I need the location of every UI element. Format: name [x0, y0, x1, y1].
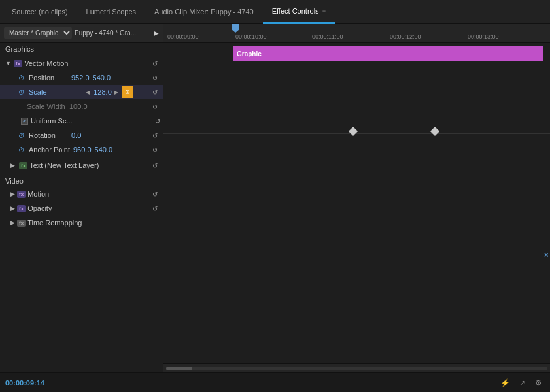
scale-keyframe-row-line — [163, 133, 550, 134]
fx-badge-vector: fx — [14, 60, 22, 67]
video-section-label: Video — [0, 175, 163, 187]
position-y[interactable]: 540.0 — [93, 74, 111, 82]
time-remapping-row: ▶ fx Time Remapping — [0, 216, 163, 230]
opacity-row: ▶ fx Opacity ↺ — [0, 201, 163, 216]
time-remapping-name: Time Remapping — [27, 219, 82, 227]
ruler-mark-0: 00:00:09:00 — [167, 33, 199, 40]
scrollbar-track — [166, 367, 547, 370]
timeline-ruler: 00:00:09:00 00:00:10:00 00:00:11:00 00:0… — [163, 24, 550, 43]
sequence-select[interactable]: Master * Graphic — [4, 27, 72, 39]
text-layer-name: Text (New Text Layer) — [29, 161, 99, 169]
scale-controls: ◀ 128.0 ▶ — [84, 88, 120, 96]
fx-badge-motion: fx — [17, 191, 26, 198]
tab-effect-controls[interactable]: Effect Controls ≡ — [263, 0, 335, 24]
controls-header: Master * Graphic Puppy - 4740 * Gra... ▶ — [0, 24, 163, 43]
scale-label: Scale — [29, 88, 68, 96]
uniform-scale-checkbox[interactable]: ✓ — [21, 118, 28, 125]
rotation-reset[interactable]: ↺ — [150, 132, 160, 139]
tab-source[interactable]: Source: (no clips) — [3, 0, 77, 24]
scale-reset[interactable]: ↺ — [150, 89, 160, 96]
timeline-playhead-line — [233, 43, 233, 363]
ruler-mark-1: 00:00:10:00 — [235, 33, 267, 40]
x-marker: × — [544, 251, 548, 259]
scale-prev-keyframe[interactable]: ◀ — [84, 90, 91, 95]
fx-badge-time: fx — [17, 220, 26, 227]
anchor-reset[interactable]: ↺ — [150, 146, 160, 154]
scale-next-keyframe[interactable]: ▶ — [113, 90, 120, 95]
scale-width-row: Scale Width 100.0 ↺ — [0, 99, 163, 114]
fx-badge-text: fx — [19, 162, 27, 169]
scale-width-reset[interactable]: ↺ — [150, 103, 160, 110]
tab-menu-icon[interactable]: ≡ — [322, 8, 326, 14]
text-layer-arrow[interactable]: ▶ — [10, 162, 17, 169]
settings-button[interactable]: ⚙ — [532, 377, 545, 389]
graphic-clip[interactable]: Graphic — [233, 46, 543, 61]
graphics-section-label: Graphics — [0, 43, 163, 55]
export-button[interactable]: ↗ — [517, 377, 528, 389]
ruler-mark-2: 00:00:11:00 — [312, 33, 343, 40]
position-stopwatch[interactable]: ⏱ — [18, 74, 27, 82]
rotation-row: ⏱ Rotation 0.0 ↺ — [0, 128, 163, 142]
motion-reset[interactable]: ↺ — [150, 191, 160, 198]
bottom-toolbar: ⚡ ↗ ⚙ — [163, 372, 550, 392]
vector-motion-header: ▼ fx Vector Motion ↺ — [0, 56, 163, 71]
vector-motion-name: Vector Motion — [24, 59, 68, 67]
motion-name: Motion — [27, 190, 49, 198]
scale-width-value: 100.0 — [69, 103, 88, 110]
left-panel: Master * Graphic Puppy - 4740 * Gra... ▶… — [0, 24, 163, 392]
opacity-reset[interactable]: ↺ — [150, 205, 160, 212]
anchor-label: Anchor Point — [29, 146, 70, 154]
tab-bar: Source: (no clips) Lumetri Scopes Audio … — [0, 0, 550, 24]
text-layer-reset[interactable]: ↺ — [150, 162, 160, 169]
scale-active-icon[interactable]: ⧖ — [122, 86, 133, 98]
scale-width-label: Scale Width — [27, 103, 66, 110]
position-x[interactable]: 952.0 — [71, 74, 90, 82]
playhead-marker — [232, 24, 239, 33]
ruler-mark-3: 00:00:12:00 — [390, 33, 421, 40]
vector-motion-group: ▼ fx Vector Motion ↺ ⏱ Position 952.0 54… — [0, 55, 163, 158]
position-row: ⏱ Position 952.0 540.0 ↺ — [0, 71, 163, 85]
scale-stopwatch[interactable]: ⏱ — [18, 89, 27, 96]
vector-motion-reset[interactable]: ↺ — [150, 60, 160, 67]
left-panel-empty — [0, 230, 163, 392]
play-button[interactable]: ▶ — [154, 29, 159, 37]
position-reset[interactable]: ↺ — [150, 74, 160, 82]
filter-button[interactable]: ⚡ — [498, 377, 513, 389]
keyframe-1[interactable] — [349, 127, 358, 136]
ruler-mark-4: 00:00:13:00 — [468, 33, 499, 40]
scale-value[interactable]: 128.0 — [94, 88, 112, 96]
fx-badge-opacity: fx — [17, 205, 26, 212]
right-panel: 00:00:09:00 00:00:10:00 00:00:11:00 00:0… — [163, 24, 550, 392]
opacity-name: Opacity — [27, 204, 52, 212]
rotation-stopwatch[interactable]: ⏱ — [18, 132, 27, 139]
timeline-content[interactable]: Graphic × — [163, 43, 550, 363]
rotation-label: Rotation — [29, 131, 68, 139]
rotation-value[interactable]: 0.0 — [71, 131, 81, 139]
text-layer-row: ▶ fx Text (New Text Layer) ↺ — [0, 158, 163, 172]
motion-arrow[interactable]: ▶ — [10, 191, 15, 197]
graphic-clip-label: Graphic — [237, 50, 262, 57]
uniform-scale-reset[interactable]: ↺ — [155, 118, 160, 125]
opacity-arrow[interactable]: ▶ — [10, 205, 15, 212]
timeline-scrollbar[interactable] — [163, 363, 550, 372]
uniform-scale-row: ✓ Uniform Sc... ↺ — [0, 114, 163, 128]
timecode-display: 00:00:09:14 — [5, 379, 44, 387]
main-layout: Master * Graphic Puppy - 4740 * Gra... ▶… — [0, 24, 550, 392]
vector-motion-arrow[interactable]: ▼ — [5, 60, 12, 67]
scale-row: ⏱ Scale ◀ 128.0 ▶ ⧖ ↺ — [0, 85, 163, 99]
time-remapping-arrow[interactable]: ▶ — [10, 220, 15, 226]
anchor-point-row: ⏱ Anchor Point 960.0 540.0 ↺ — [0, 142, 163, 157]
status-bar: 00:00:09:14 — [0, 372, 163, 392]
anchor-stopwatch[interactable]: ⏱ — [18, 146, 27, 154]
uniform-scale-label: Uniform Sc... — [31, 117, 73, 125]
position-label: Position — [29, 74, 68, 82]
scrollbar-thumb[interactable] — [166, 367, 192, 370]
anchor-y[interactable]: 540.0 — [95, 146, 113, 154]
keyframe-2[interactable] — [430, 127, 439, 136]
motion-row: ▶ fx Motion ↺ — [0, 187, 163, 201]
clip-label: Puppy - 4740 * Gra... — [75, 29, 151, 37]
tab-audio-mixer[interactable]: Audio Clip Mixer: Puppy - 4740 — [145, 0, 263, 24]
tab-lumetri[interactable]: Lumetri Scopes — [77, 0, 145, 24]
anchor-x[interactable]: 960.0 — [73, 146, 92, 154]
